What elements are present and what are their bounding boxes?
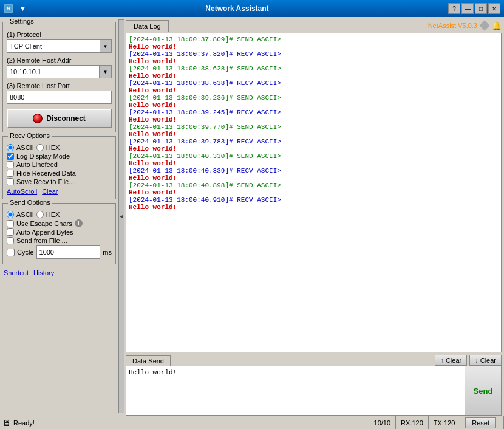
minimize-button[interactable]: — xyxy=(461,3,474,14)
recv-links-row: AutoScroll Clear xyxy=(7,188,112,195)
send-options-title: Send Options xyxy=(8,199,52,206)
status-rx-item: RX:120 xyxy=(396,416,429,429)
status-tx-item: TX:120 xyxy=(429,416,460,429)
hide-received-row: Hide Received Data xyxy=(7,170,112,177)
send-from-file-label: Send from File ... xyxy=(16,237,67,244)
remote-port-input[interactable] xyxy=(7,91,112,104)
data-log-outer: [2024-01-13 18:00:37.809]# SEND ASCII>He… xyxy=(126,33,502,352)
status-count-item: 10/10 xyxy=(369,416,397,429)
main-container: Settings (1) Protocol TCP Client TCP Ser… xyxy=(0,17,504,416)
send-hex-radio[interactable] xyxy=(36,211,44,218)
recv-hex-label: HEX xyxy=(46,144,60,151)
log-entry: Hello world! xyxy=(129,204,499,211)
remote-host-input-wrapper: ▼ xyxy=(7,65,112,78)
recv-clear-link[interactable]: Clear xyxy=(42,188,58,195)
shortcut-link[interactable]: Shortcut xyxy=(4,269,29,276)
remote-host-arrow[interactable]: ▼ xyxy=(100,65,112,78)
settings-group: Settings (1) Protocol TCP Client TCP Ser… xyxy=(2,22,116,132)
reset-button[interactable]: Reset xyxy=(465,417,496,428)
use-escape-label: Use Escape Chars xyxy=(16,220,72,227)
log-entry: [2024-01-13 18:00:37.809]# SEND ASCII> xyxy=(129,36,499,43)
log-entry: [2024-01-13 18:00:39.770]# SEND ASCII> xyxy=(129,123,499,131)
send-ascii-radio[interactable] xyxy=(7,211,14,218)
auto-append-check[interactable] xyxy=(7,228,14,236)
clear-buttons: ↑ Clear ↓ Clear xyxy=(435,355,502,366)
history-link[interactable]: History xyxy=(33,269,54,276)
log-entry: [2024-01-13 18:00:39.236]# SEND ASCII> xyxy=(129,94,499,101)
remote-host-input[interactable] xyxy=(7,65,100,78)
log-entry: [2024-01-13 18:00:39.783]# RECV ASCII> xyxy=(129,138,499,145)
autoscroll-link[interactable]: AutoScroll xyxy=(7,188,37,195)
hide-received-label: Hide Received Data xyxy=(16,170,76,177)
count-label: 10/10 xyxy=(374,419,391,427)
log-entry: Hello world! xyxy=(129,131,499,138)
log-entry: [2024-01-13 18:00:38.638]# RECV ASCII> xyxy=(129,80,499,87)
protocol-select[interactable]: TCP Client TCP Server UDP xyxy=(7,39,112,53)
diamond-icon xyxy=(480,21,490,31)
remote-host-label: (2) Remote Host Addr xyxy=(7,57,112,64)
maximize-button[interactable]: □ xyxy=(475,3,487,14)
collapse-handle[interactable]: ◄ xyxy=(118,19,124,413)
disconnect-button[interactable]: Disconnect xyxy=(7,109,112,128)
log-entry: Hello world! xyxy=(129,72,499,80)
recv-hex-radio[interactable] xyxy=(36,144,44,151)
recv-options-title: Recv Options xyxy=(8,132,52,139)
window-title: Network Assistant xyxy=(26,4,448,13)
left-panel: Settings (1) Protocol TCP Client TCP Ser… xyxy=(0,17,118,416)
use-escape-check[interactable] xyxy=(7,220,14,227)
disconnect-icon xyxy=(33,114,43,123)
recv-ascii-radio[interactable] xyxy=(7,144,14,151)
hide-received-check[interactable] xyxy=(7,170,14,177)
status-bar: 🖥 Ready! 10/10 RX:120 TX:120 Reset xyxy=(0,416,504,429)
title-bar-left: N ▼ xyxy=(4,4,26,13)
close-button[interactable]: ✕ xyxy=(488,3,500,14)
cycle-row: Cycle ms xyxy=(7,245,112,259)
log-entry: Hello world! xyxy=(129,101,499,109)
send-from-file-check[interactable] xyxy=(7,237,14,244)
log-display-check[interactable] xyxy=(7,153,14,160)
log-entry: [2024-01-13 18:00:40.339]# RECV ASCII> xyxy=(129,167,499,174)
protocol-label: (1) Protocol xyxy=(7,31,112,38)
log-entry: Hello world! xyxy=(129,174,499,182)
ready-label: Ready! xyxy=(13,419,35,427)
save-recv-row: Save Recv to File... xyxy=(7,178,112,185)
auto-linefeed-check[interactable] xyxy=(7,161,14,168)
data-send-body: Hello world! Send xyxy=(126,366,502,416)
window-controls: ? — □ ✕ xyxy=(448,3,500,14)
send-button[interactable]: Send xyxy=(465,366,501,415)
recv-ascii-label: ASCII xyxy=(16,144,34,151)
netassist-link[interactable]: NetAssist V5.0.3 xyxy=(428,22,477,29)
cycle-input[interactable] xyxy=(36,245,101,259)
clear-down-icon: ↓ xyxy=(475,357,478,364)
remote-port-label: (3) Remote Host Port xyxy=(7,82,112,89)
use-escape-row: Use Escape Chars i xyxy=(7,219,112,227)
settings-title: Settings xyxy=(8,18,36,25)
help-button[interactable]: ? xyxy=(448,3,460,14)
data-send-input[interactable]: Hello world! xyxy=(126,366,465,415)
data-send-tab[interactable]: Data Send xyxy=(126,355,171,366)
log-entry: Hello world! xyxy=(129,58,499,65)
clear-up-button[interactable]: ↑ Clear xyxy=(435,355,467,366)
cycle-check[interactable] xyxy=(7,249,15,256)
shortcuts-row: Shortcut History xyxy=(2,269,116,276)
data-log-container[interactable]: [2024-01-13 18:00:37.809]# SEND ASCII>He… xyxy=(126,33,502,352)
escape-info-icon[interactable]: i xyxy=(75,219,83,227)
log-entry: Hello world! xyxy=(129,43,499,50)
data-log-tab[interactable]: Data Log xyxy=(126,20,169,32)
status-reset-item: Reset xyxy=(460,416,504,429)
log-entry: Hello world! xyxy=(129,116,499,123)
monitor-icon: 🖥 xyxy=(2,418,11,428)
app-icon: N xyxy=(4,4,13,13)
log-entry: Hello world! xyxy=(129,160,499,167)
protocol-select-wrapper: TCP Client TCP Server UDP ▼ xyxy=(7,39,112,53)
log-entry: [2024-01-13 18:00:40.910]# RECV ASCII> xyxy=(129,196,499,204)
cycle-label: Cycle xyxy=(17,249,34,256)
send-format-row: ASCII HEX xyxy=(7,211,112,218)
save-recv-check[interactable] xyxy=(7,178,14,185)
send-ascii-label: ASCII xyxy=(16,211,34,218)
tab-bar: Data Log xyxy=(126,19,169,32)
clear-down-button[interactable]: ↓ Clear xyxy=(469,355,502,366)
log-display-row: Log Display Mode xyxy=(7,153,112,160)
clear-up-icon: ↑ xyxy=(440,357,444,364)
status-ready-item: 🖥 Ready! xyxy=(0,416,369,429)
